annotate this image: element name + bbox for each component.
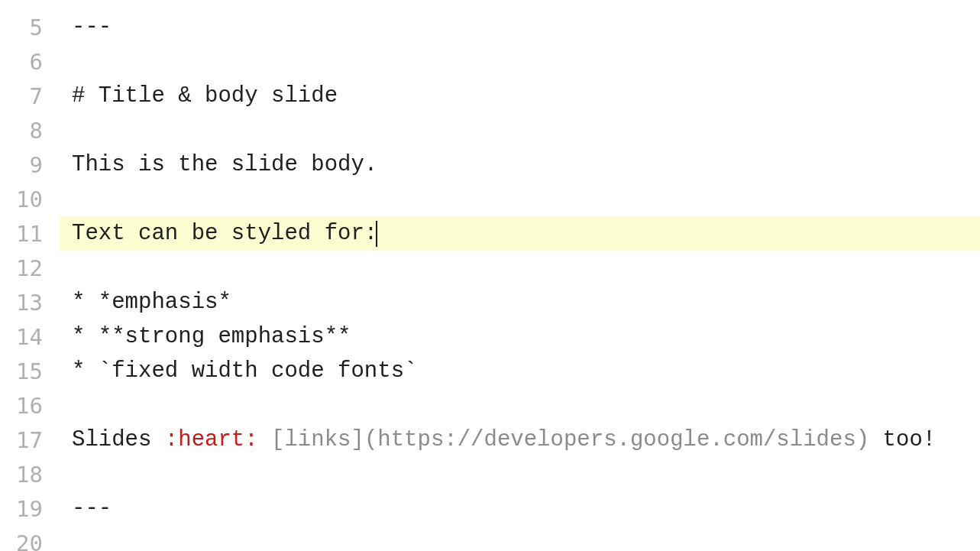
line-number: 15 — [0, 354, 60, 388]
line-number: 9 — [0, 147, 60, 182]
line-number: 6 — [0, 44, 60, 79]
code-text: * *emphasis* — [72, 290, 231, 315]
code-content-area[interactable]: ---# Title & body slideThis is the slide… — [60, 0, 980, 551]
code-line[interactable] — [60, 44, 980, 79]
code-line[interactable]: * **strong emphasis** — [60, 319, 980, 354]
code-line[interactable] — [60, 526, 980, 551]
line-number: 5 — [0, 10, 60, 44]
code-text: * `fixed width code fonts` — [72, 358, 417, 384]
line-number: 13 — [0, 285, 60, 319]
line-number: 20 — [0, 526, 60, 551]
line-number: 17 — [0, 423, 60, 457]
code-text: too! — [869, 427, 936, 452]
code-line[interactable]: Slides :heart: [links](https://developer… — [60, 423, 980, 457]
markdown-emoji-token: :heart: — [165, 427, 258, 452]
code-line-active[interactable]: Text can be styled for: — [60, 216, 980, 251]
code-line[interactable]: This is the slide body. — [60, 147, 980, 182]
markdown-link-token: [links](https://developers.google.com/sl… — [271, 427, 869, 452]
code-line[interactable] — [60, 113, 980, 147]
line-number: 11 — [0, 216, 60, 251]
line-number: 14 — [0, 319, 60, 354]
line-number: 19 — [0, 491, 60, 526]
code-line[interactable] — [60, 251, 980, 285]
line-number: 18 — [0, 457, 60, 491]
code-text: # Title & body slide — [72, 83, 338, 109]
code-text: * **strong emphasis** — [72, 324, 351, 349]
code-line[interactable]: --- — [60, 491, 980, 526]
line-number: 12 — [0, 251, 60, 285]
code-text: Slides — [72, 427, 165, 452]
line-number: 10 — [0, 182, 60, 216]
code-text: --- — [72, 496, 112, 521]
code-line[interactable]: * `fixed width code fonts` — [60, 354, 980, 388]
line-number: 8 — [0, 113, 60, 147]
code-line[interactable] — [60, 388, 980, 423]
code-line[interactable] — [60, 457, 980, 491]
text-cursor — [376, 221, 377, 247]
line-number-gutter: 567891011121314151617181920 — [0, 0, 60, 551]
line-number: 16 — [0, 388, 60, 423]
code-text: --- — [72, 15, 112, 40]
code-text: This is the slide body. — [72, 152, 377, 177]
code-editor[interactable]: 567891011121314151617181920 ---# Title &… — [0, 0, 980, 551]
code-text: Text can be styled for: — [72, 221, 377, 246]
code-line[interactable]: * *emphasis* — [60, 285, 980, 319]
code-line[interactable] — [60, 182, 980, 216]
code-line[interactable]: --- — [60, 10, 980, 44]
code-line[interactable]: # Title & body slide — [60, 79, 980, 113]
line-number: 7 — [0, 79, 60, 113]
code-text — [258, 427, 271, 452]
